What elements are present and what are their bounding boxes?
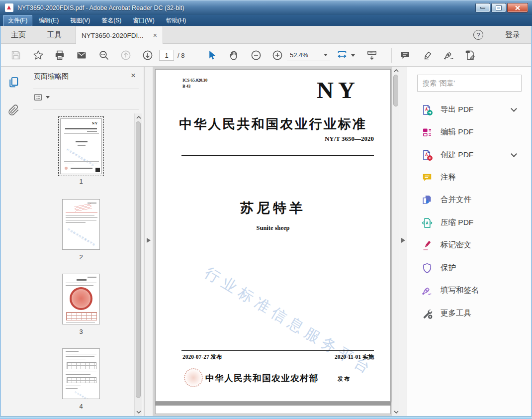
- tool-redact[interactable]: 标记密文: [407, 234, 532, 256]
- tool-label: 注释: [441, 172, 456, 183]
- edit-document-button[interactable]: [464, 49, 476, 61]
- select-tool-button[interactable]: [205, 49, 217, 61]
- hand-icon: [228, 49, 240, 61]
- scroll-down-icon[interactable]: [136, 410, 141, 415]
- comment-icon: [399, 49, 411, 61]
- collapse-handle-icon[interactable]: [401, 238, 405, 243]
- menu-help[interactable]: 帮助(H): [161, 15, 191, 26]
- comment-tool-icon: [421, 172, 433, 184]
- hand-tool-button[interactable]: [228, 49, 240, 61]
- menu-file[interactable]: 文件(F): [3, 15, 32, 26]
- zoom-level-dropdown[interactable]: 52.4%: [287, 49, 330, 61]
- chevron-down-icon[interactable]: [511, 151, 517, 157]
- menu-edit[interactable]: 编辑(E): [34, 15, 64, 26]
- tool-export-pdf[interactable]: 导出 PDF: [407, 99, 532, 121]
- star-button[interactable]: [32, 49, 44, 61]
- restore-button[interactable]: [491, 3, 506, 12]
- scrollbar-thumb[interactable]: [136, 121, 141, 398]
- publisher-name: 中华人民共和国农业农村部: [205, 372, 319, 384]
- chevron-down-icon: [46, 96, 50, 99]
- print-button[interactable]: [54, 49, 66, 61]
- scroll-down-icon[interactable]: [393, 410, 399, 415]
- help-icon[interactable]: ?: [473, 30, 483, 40]
- collapse-handle-icon[interactable]: [147, 238, 151, 243]
- tool-combine-files[interactable]: 合并文件: [407, 189, 532, 211]
- tool-label: 标记密文: [441, 240, 471, 250]
- thumbnail-options-button[interactable]: [33, 93, 50, 102]
- panel-divider: [33, 109, 139, 110]
- tab-document[interactable]: NYT3650-2020FDI... ×: [76, 26, 163, 44]
- thumb-view-indicator: [95, 168, 100, 172]
- thumb-table: [67, 377, 96, 383]
- attachments-panel-button[interactable]: [7, 104, 20, 117]
- scrolling-mode-icon: [366, 49, 378, 61]
- thumbnails-scrollbar[interactable]: [134, 113, 142, 416]
- tab-tools[interactable]: 工具: [40, 26, 69, 44]
- thumbnail-page-3[interactable]: 3: [27, 274, 135, 335]
- tool-protect[interactable]: 保护: [407, 257, 532, 279]
- page-thumbnails-icon: [7, 76, 20, 89]
- pdf-page-1: ICS 65.020.30 B 43 NY 中华人民共和国农业行业标准 NY/T…: [155, 69, 391, 402]
- tool-compress-pdf[interactable]: 压缩 PDF: [407, 211, 532, 234]
- thumbnail-page-1[interactable]: NY 行业标准信息服务平台 1: [27, 118, 135, 185]
- search-button[interactable]: [98, 49, 110, 61]
- panel-close-icon[interactable]: ×: [131, 71, 136, 81]
- tab-close-icon[interactable]: ×: [153, 32, 157, 39]
- watermark-text: 行业标准信息服务平台: [201, 263, 377, 380]
- minimize-button[interactable]: [475, 3, 490, 12]
- scroll-up-icon[interactable]: [393, 68, 399, 73]
- restore-icon: [496, 6, 501, 10]
- fit-width-button[interactable]: [336, 49, 348, 61]
- document-title-en: Sunite sheep: [156, 224, 390, 232]
- scrollbar-thumb[interactable]: [393, 75, 398, 106]
- email-button[interactable]: [76, 49, 88, 61]
- fountain-pen-icon: [443, 49, 455, 61]
- tool-more-tools[interactable]: 更多工具: [407, 302, 532, 324]
- document-viewport[interactable]: ICS 65.020.30 B 43 NY 中华人民共和国农业行业标准 NY/T…: [153, 67, 392, 416]
- fit-width-icon: [336, 49, 348, 61]
- tab-bar: 主页 工具 NYT3650-2020FDI... × ? 登录: [0, 26, 532, 44]
- ministry-seal-icon: [184, 368, 203, 387]
- scroll-up-icon[interactable]: [136, 115, 141, 120]
- tool-comment[interactable]: 注释: [407, 166, 532, 189]
- previous-page-button[interactable]: [120, 49, 132, 61]
- search-icon: [98, 49, 110, 61]
- zoom-level-value: 52.4%: [290, 51, 308, 59]
- thumbnail-image: [62, 274, 100, 324]
- zoom-in-button[interactable]: [271, 49, 283, 61]
- menu-view[interactable]: 视图(V): [65, 15, 95, 26]
- page-thumbnails-panel-button[interactable]: [7, 76, 20, 89]
- main-toolbar: 1 / 8 52.4%: [0, 44, 532, 67]
- tool-edit-pdf[interactable]: 编辑 PDF: [407, 121, 532, 143]
- tool-fill-sign[interactable]: 填写和签名: [407, 279, 532, 302]
- thumbnail-page-4[interactable]: 行业标准信息服务平台 4: [27, 348, 135, 410]
- toolbar-separator: [391, 48, 392, 63]
- tools-search-input[interactable]: [417, 75, 522, 92]
- thumb-ny-logo: NY: [92, 121, 98, 125]
- tool-create-pdf[interactable]: 创建 PDF: [407, 144, 532, 166]
- page-number-input[interactable]: 1: [159, 50, 174, 61]
- ny-logo: NY: [317, 77, 359, 104]
- comment-button[interactable]: [399, 49, 411, 61]
- save-button[interactable]: [10, 49, 22, 61]
- arrow-down-circle-icon: [142, 49, 154, 61]
- zoom-out-button[interactable]: [250, 49, 262, 61]
- star-icon: [32, 49, 44, 61]
- menu-sign[interactable]: 签名(S): [96, 15, 126, 26]
- tab-home[interactable]: 主页: [4, 26, 33, 44]
- sign-in-button[interactable]: 登录: [505, 26, 520, 44]
- sign-button[interactable]: [443, 49, 455, 61]
- chevron-down-icon[interactable]: [511, 105, 517, 112]
- standard-title: 中华人民共和国农业行业标准: [156, 115, 390, 133]
- print-icon: [54, 49, 66, 61]
- chevron-down-icon[interactable]: [351, 54, 355, 57]
- document-scrollbar[interactable]: [392, 67, 399, 416]
- scrolling-mode-button[interactable]: [366, 49, 378, 61]
- thumbnail-page-2[interactable]: 行业标准信息服务平台 2: [27, 199, 135, 261]
- highlight-button[interactable]: [422, 49, 434, 61]
- menu-window[interactable]: 窗口(W): [128, 15, 159, 26]
- next-page-button[interactable]: [142, 49, 154, 61]
- highlighter-icon: [422, 49, 434, 61]
- close-button[interactable]: [507, 3, 528, 12]
- minimize-icon: [480, 7, 485, 8]
